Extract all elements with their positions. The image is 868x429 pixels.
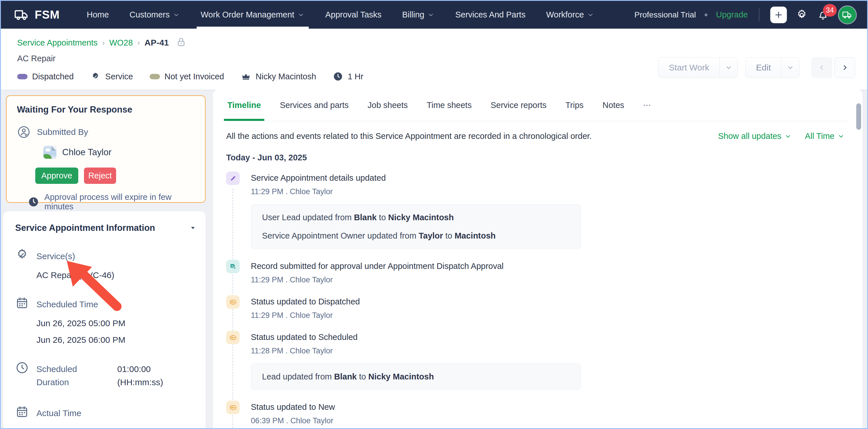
lead-badge: Nicky Macintosh [241, 71, 316, 81]
fsm-logo[interactable]: FSM [13, 7, 60, 23]
event-title: Service Appointment details updated [251, 173, 849, 183]
record-detail-panel: TimelineServices and partsJob sheetsTime… [213, 90, 863, 429]
ellipsis-icon [642, 101, 652, 110]
tab-trips[interactable]: Trips [564, 90, 585, 121]
tab-timeline[interactable]: Timeline [226, 90, 262, 121]
breadcrumb-service-appointments[interactable]: Service Appointments [17, 38, 97, 47]
status-pulse-icon [229, 334, 237, 342]
submitted-by-row: Submitted By [17, 125, 195, 139]
user-avatar[interactable] [838, 5, 857, 24]
info-fields: Service(s)AC Repair (SVC-46)Scheduled Ti… [15, 248, 197, 429]
left-sidebar: Waiting For Your Response Submitted By C… [1, 90, 213, 428]
event-type-icon [226, 171, 240, 185]
nav-item-customers[interactable]: Customers [126, 1, 184, 29]
start-work-dropdown[interactable] [720, 58, 738, 77]
event-title: Status updated to Scheduled [251, 332, 849, 342]
invoice-badge: Not yet Invoiced [150, 72, 224, 81]
chevron-down-icon [725, 64, 733, 72]
status-pulse-icon [229, 298, 237, 306]
type-badge: Service [90, 71, 133, 81]
next-record-button[interactable] [834, 57, 855, 78]
event-detail-line: Lead updated from Blank to Nicky Macinto… [262, 372, 570, 382]
edit-button[interactable]: Edit [746, 58, 781, 77]
nav-item-workforce[interactable]: Workforce [542, 1, 598, 29]
approve-button[interactable]: Approve [35, 168, 78, 184]
notifications-button[interactable]: 34 [817, 9, 829, 21]
nav-divider [759, 8, 760, 22]
updates-filter-dropdown[interactable]: Show all updates [718, 131, 792, 141]
chevron-right-icon [840, 63, 849, 72]
clock-icon [15, 361, 29, 374]
brand-name: FSM [35, 8, 60, 21]
event-timestamp: 11:29 PM . Chloe Taylor [251, 275, 849, 285]
previous-record-button[interactable] [811, 57, 832, 78]
event-type-icon [226, 260, 240, 273]
approval-doc-icon [229, 263, 237, 271]
info-panel-title: Service Appointment Information [15, 223, 155, 233]
time-range-dropdown[interactable]: All Time [805, 131, 845, 141]
breadcrumb-wo28[interactable]: WO28 [109, 38, 133, 47]
event-timestamp: 11:28 PM . Chloe Taylor [251, 346, 849, 355]
tab-notes[interactable]: Notes [601, 90, 625, 121]
field-scheduled-time: Scheduled TimeJun 26, 2025 05:00 PMJun 2… [15, 296, 197, 345]
nav-item-home[interactable]: Home [83, 1, 113, 29]
calendar-icon [15, 405, 29, 419]
timeline-day-header: Today - Jun 03, 2025 [226, 153, 849, 162]
field-value: Jun 26, 2025 05:00 PM [36, 319, 197, 328]
expiry-note-row: Approval process will expire in few minu… [28, 193, 195, 211]
nav-item-approval-tasks[interactable]: Approval Tasks [321, 1, 385, 29]
status-dot [17, 74, 28, 79]
event-timestamp: 11:29 PM . Chloe Taylor [251, 187, 849, 196]
tab-services-and-parts[interactable]: Services and parts [279, 90, 350, 121]
start-work-button[interactable]: Start Work [658, 58, 719, 77]
timeline-filters: Show all updates All Time [718, 131, 845, 141]
vertical-scrollbar[interactable] [856, 103, 861, 130]
field-actual-time: Actual TimeService Appointment not yet s… [15, 405, 197, 429]
approval-actions: Approve Reject [35, 168, 195, 184]
submitter-row: Chloe Taylor [43, 146, 195, 159]
timeline-event: Status updated to Scheduled11:28 PM . Ch… [226, 332, 849, 390]
tab-job-sheets[interactable]: Job sheets [366, 90, 409, 121]
chevron-down-icon [427, 11, 435, 19]
app-window: FSM HomeCustomersWork Order ManagementAp… [0, 0, 868, 429]
content-area: Waiting For Your Response Submitted By C… [1, 90, 867, 428]
submitted-by-label: Submitted By [37, 127, 88, 137]
approval-pending-card: Waiting For Your Response Submitted By C… [6, 95, 206, 203]
event-timestamp: 11:29 PM . Chloe Taylor [251, 311, 849, 320]
truck-icon [13, 7, 30, 23]
user-check-icon [17, 125, 31, 139]
settings-button[interactable] [796, 9, 808, 21]
plan-label: Professional Trial [634, 10, 696, 20]
chevron-down-icon [587, 11, 594, 19]
tab-service-reports[interactable]: Service reports [489, 90, 548, 121]
breadcrumb-current-record: AP-41 [145, 38, 169, 47]
approval-card-title: Waiting For Your Response [17, 104, 195, 115]
edit-split-button: Edit [745, 57, 800, 78]
event-detail-box: Lead updated from Blank to Nicky Macinto… [251, 363, 581, 390]
upgrade-link[interactable]: Upgrade [716, 10, 748, 20]
edit-dropdown[interactable] [781, 58, 799, 77]
tabs-more-button[interactable] [642, 101, 652, 110]
tab-time-sheets[interactable]: Time sheets [426, 90, 473, 121]
nav-item-billing[interactable]: Billing [398, 1, 439, 29]
duration-badge: 1 Hr [333, 71, 364, 81]
quick-add-button[interactable] [770, 7, 787, 23]
timeline-event: Status updated to New06:39 PM . Chloe Ta… [226, 402, 849, 429]
lock-icon [175, 36, 187, 49]
collapse-section-button[interactable] [189, 224, 197, 232]
clock-filled-icon [28, 196, 39, 208]
chevron-down-icon [837, 133, 845, 140]
nav-item-work-order-management[interactable]: Work Order Management [197, 1, 309, 29]
breadcrumb: Service Appointments › WO28 › AP-41 [17, 36, 856, 49]
crown-icon [241, 71, 251, 81]
event-type-icon [226, 331, 240, 344]
nav-item-services-and-parts[interactable]: Services And Parts [451, 1, 529, 29]
gear-icon [796, 9, 808, 21]
event-type-icon [226, 401, 240, 414]
pencil-icon [229, 174, 237, 183]
reject-button[interactable]: Reject [84, 168, 116, 184]
event-title: Status updated to New [251, 402, 849, 412]
field-scheduled-duration: Scheduled Duration01:00:00(HH:mm:ss) [15, 361, 197, 389]
field-service-s-: Service(s)AC Repair (SVC-46) [15, 248, 197, 280]
nav-menu: HomeCustomersWork Order ManagementApprov… [83, 1, 611, 29]
